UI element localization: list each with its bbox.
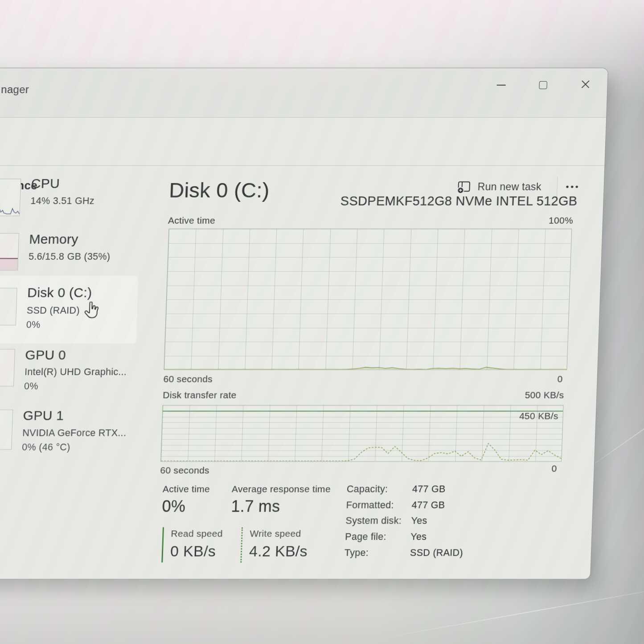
transfer-rate-chart: 450 KB/s bbox=[160, 405, 563, 462]
read-speed-block: Read speed 0 KB/s bbox=[161, 527, 223, 562]
sidebar-item-detail: NVIDIA GeForce RTX... bbox=[22, 427, 127, 439]
sidebar-item-percent: 0% (46 °C) bbox=[22, 442, 70, 453]
run-new-task-label: Run new task bbox=[477, 181, 541, 193]
active-time-stat-value: 0% bbox=[162, 497, 186, 516]
transfer-rate-ref-label: 450 KB/s bbox=[519, 411, 558, 422]
active-time-chart-title: Active time bbox=[168, 215, 216, 226]
detail-value: SSD (RAID) bbox=[410, 547, 464, 558]
cpu-mini-graph bbox=[0, 179, 21, 216]
detail-label: Type: bbox=[345, 547, 369, 558]
minimize-icon bbox=[497, 85, 506, 86]
detail-value: 477 GB bbox=[412, 484, 446, 495]
disk-panel-title: Disk 0 (C:) bbox=[168, 178, 270, 202]
detail-label: Page file: bbox=[345, 531, 387, 542]
title-bar: nager bbox=[0, 68, 608, 118]
disk-mini-graph bbox=[0, 288, 17, 325]
transfer-rate-chart-line bbox=[161, 406, 563, 461]
transfer-rate-x-right-label: 0 bbox=[539, 463, 557, 474]
write-speed-block: Write speed 4.2 KB/s bbox=[240, 527, 308, 562]
sidebar-item-label: GPU 0 bbox=[25, 348, 66, 363]
page-header: rmance Run new task ••• bbox=[0, 117, 606, 166]
run-new-task-icon bbox=[456, 179, 472, 194]
detail-label: Formatted: bbox=[346, 500, 394, 511]
minimize-button[interactable] bbox=[491, 76, 511, 94]
task-manager-window: nager rmance Run new task ••• bbox=[0, 68, 608, 579]
photo-light-streak bbox=[635, 51, 644, 244]
detail-label: System disk: bbox=[345, 515, 402, 526]
read-speed-label: Read speed bbox=[171, 528, 223, 539]
gpu0-mini-graph bbox=[0, 349, 15, 386]
write-speed-value: 4.2 KB/s bbox=[249, 542, 308, 560]
active-time-chart bbox=[164, 229, 572, 370]
photo-light-streak bbox=[368, 581, 644, 641]
active-time-stat-label: Active time bbox=[163, 484, 210, 494]
disk-model-name: SSDPEMKF512G8 NVMe INTEL 512GB bbox=[281, 194, 578, 209]
sidebar-item-label: Disk 0 (C:) bbox=[27, 285, 92, 300]
sidebar-item-gpu1[interactable]: GPU 1 NVIDIA GeForce RTX... 0% (46 °C) bbox=[0, 406, 134, 462]
detail-value: 477 GB bbox=[411, 500, 445, 511]
transfer-rate-ymax-label: 500 KB/s bbox=[492, 390, 564, 401]
sidebar-item-label: GPU 1 bbox=[23, 408, 64, 423]
close-icon bbox=[580, 79, 591, 89]
memory-usage-line bbox=[0, 258, 18, 259]
avg-response-stat-label: Average response time bbox=[232, 484, 331, 494]
sidebar-item-gpu0[interactable]: GPU 0 Intel(R) UHD Graphic... 0% bbox=[0, 345, 136, 399]
sidebar-item-percent: 0% bbox=[26, 320, 41, 331]
write-speed-label: Write speed bbox=[250, 528, 308, 539]
active-time-chart-line bbox=[164, 229, 571, 369]
sidebar-item-detail: Intel(R) UHD Graphic... bbox=[25, 367, 127, 378]
sidebar-item-detail: SSD (RAID) bbox=[27, 305, 80, 316]
detail-label: Capacity: bbox=[347, 484, 388, 495]
sidebar-item-detail: 5.6/15.8 GB (35%) bbox=[29, 251, 111, 263]
sidebar-item-cpu[interactable]: CPU 14% 3.51 GHz bbox=[0, 175, 142, 225]
maximize-button[interactable] bbox=[533, 76, 553, 94]
sidebar-item-percent: 0% bbox=[24, 381, 39, 392]
detail-value: Yes bbox=[410, 531, 427, 542]
active-time-ymax-label: 100% bbox=[503, 215, 574, 226]
sidebar-item-label: CPU bbox=[31, 176, 60, 191]
sidebar-item-label: Memory bbox=[29, 232, 78, 247]
memory-mini-graph bbox=[0, 233, 19, 271]
gpu1-mini-graph bbox=[0, 410, 13, 450]
avg-response-stat-value: 1.7 ms bbox=[231, 497, 280, 516]
hand-cursor-icon bbox=[83, 302, 99, 319]
memory-usage-fill bbox=[0, 259, 18, 270]
sidebar-item-detail: 14% 3.51 GHz bbox=[30, 196, 94, 207]
read-speed-value: 0 KB/s bbox=[170, 542, 222, 560]
sidebar-item-memory[interactable]: Memory 5.6/15.8 GB (35%) bbox=[0, 230, 140, 279]
detail-value: Yes bbox=[411, 515, 427, 526]
close-button[interactable] bbox=[575, 75, 595, 93]
cpu-sparkline-icon bbox=[0, 203, 20, 215]
window-title: nager bbox=[1, 83, 29, 96]
active-time-x-left-label: 60 seconds bbox=[163, 374, 213, 385]
sidebar-item-disk0[interactable]: Disk 0 (C:) SSD (RAID) 0% bbox=[0, 276, 139, 344]
transfer-rate-x-left-label: 60 seconds bbox=[160, 465, 209, 476]
maximize-icon bbox=[539, 81, 547, 89]
active-time-x-right-label: 0 bbox=[545, 374, 563, 385]
transfer-rate-chart-title: Disk transfer rate bbox=[163, 390, 237, 401]
